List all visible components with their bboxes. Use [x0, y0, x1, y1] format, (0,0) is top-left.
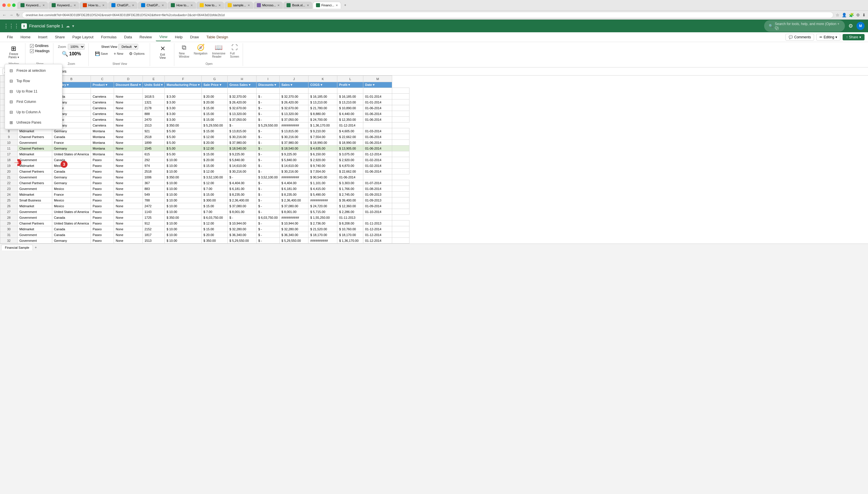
cell[interactable]: [392, 186, 410, 192]
cell[interactable]: 01-12-2014: [363, 232, 392, 238]
cell[interactable]: None: [114, 134, 143, 140]
new-window-button[interactable]: ⧉ NewWindow: [179, 44, 189, 58]
extensions-button[interactable]: 🧩: [849, 13, 854, 17]
cell[interactable]: 01-09-2014: [363, 203, 392, 209]
cell[interactable]: ##########: [279, 122, 308, 128]
cell[interactable]: 788: [143, 197, 164, 203]
cell[interactable]: $ 10.00: [165, 192, 202, 197]
cell[interactable]: $ 15.00: [201, 226, 228, 232]
header-discount[interactable]: Discount Band ▾: [114, 82, 143, 88]
cell[interactable]: [392, 192, 410, 197]
cell[interactable]: $ -: [256, 151, 279, 157]
cell[interactable]: Government: [18, 232, 52, 238]
cell[interactable]: 01-08-2014: [363, 186, 392, 192]
immersive-reader-button[interactable]: 📖 ImmersiveReader: [212, 44, 225, 58]
cell[interactable]: $ 13,815.00: [279, 128, 308, 134]
cell[interactable]: $ 2,286.00: [337, 209, 363, 215]
cell[interactable]: $ 30,216.00: [279, 169, 308, 174]
app-grid-icon[interactable]: ⋮⋮⋮: [3, 23, 19, 29]
options-view-button[interactable]: ⚙ Options: [127, 51, 146, 56]
cell[interactable]: Carretera: [91, 105, 114, 111]
cell[interactable]: $ 5.00: [165, 134, 202, 140]
tab-help[interactable]: Help: [171, 33, 186, 41]
cell[interactable]: $ 10.00: [165, 203, 202, 209]
cell[interactable]: $ 22,662.00: [337, 169, 363, 174]
cell[interactable]: $ 3,52,100.00: [256, 174, 279, 180]
cell[interactable]: $ 15.00: [201, 151, 228, 157]
cell[interactable]: None: [114, 99, 143, 105]
cell[interactable]: None: [114, 197, 143, 203]
cell[interactable]: 01-06-2014: [363, 146, 392, 151]
cell[interactable]: $ 3,52,100.00: [201, 174, 228, 180]
cell[interactable]: $ 10.00: [165, 221, 202, 226]
cell[interactable]: $ 6,181.00: [279, 186, 308, 192]
cell[interactable]: None: [114, 146, 143, 151]
tab-close-10[interactable]: ✕: [336, 4, 338, 7]
cell[interactable]: ##########: [279, 174, 308, 180]
cell[interactable]: $ 10.00: [165, 163, 202, 169]
cell[interactable]: $ 13,210.00: [337, 99, 363, 105]
cell[interactable]: $ 18,990.00: [337, 140, 363, 146]
cell[interactable]: Germany: [52, 174, 91, 180]
cell[interactable]: Midmarket: [18, 163, 52, 169]
browser-tab-0[interactable]: Keyword... ✕: [17, 2, 48, 8]
cell[interactable]: $ 4,440.00: [337, 111, 363, 117]
cell[interactable]: 2518: [143, 134, 164, 140]
cell[interactable]: $ 26,420.00: [279, 99, 308, 105]
cell[interactable]: $ 10.00: [165, 169, 202, 174]
cell[interactable]: None: [114, 140, 143, 146]
cell[interactable]: $ 350.00: [165, 174, 202, 180]
cell[interactable]: Canada: [52, 226, 91, 232]
tab-table-design[interactable]: Table Design: [203, 33, 231, 41]
cell[interactable]: $ -: [256, 105, 279, 111]
cell[interactable]: Government: [18, 238, 52, 244]
cell[interactable]: 01-01-2014: [363, 94, 392, 99]
cell[interactable]: $ 10.00: [165, 232, 202, 238]
cell[interactable]: $ 8,001.00: [279, 209, 308, 215]
cell[interactable]: $ 32,280.00: [228, 226, 256, 232]
cell[interactable]: 01-01-2014: [363, 99, 392, 105]
cell[interactable]: [392, 221, 410, 226]
cell[interactable]: $ 4,635.00: [308, 146, 337, 151]
full-screen-button[interactable]: ⛶ FullScreen: [230, 44, 239, 58]
cell[interactable]: $ 9,225.00: [279, 151, 308, 157]
cell[interactable]: $ 1,55,250.00: [308, 215, 337, 221]
cell[interactable]: 912: [143, 221, 164, 226]
tab-review[interactable]: Review: [136, 33, 156, 41]
cell[interactable]: $ 18,170.00: [308, 232, 337, 238]
cell[interactable]: $ 10,944.00: [228, 221, 256, 226]
cell[interactable]: [91, 88, 114, 94]
cell[interactable]: France: [52, 192, 91, 197]
cell[interactable]: 01-09-2013: [363, 197, 392, 203]
tab-close-7[interactable]: ✕: [248, 4, 250, 7]
cell[interactable]: $ 4,415.00: [308, 186, 337, 192]
cell[interactable]: $ 37,980.00: [228, 140, 256, 146]
cell[interactable]: $ -: [256, 99, 279, 105]
cell[interactable]: 615: [143, 151, 164, 157]
cell[interactable]: Midmarket: [18, 226, 52, 232]
cell[interactable]: Carretera: [91, 117, 114, 122]
cell[interactable]: None: [114, 192, 143, 197]
cell[interactable]: $ 4,404.00: [228, 180, 256, 186]
cell[interactable]: Channel Partners: [18, 169, 52, 174]
cell[interactable]: $ 5,29,550.00: [228, 238, 256, 244]
browser-tab-7[interactable]: sample... ✕: [224, 2, 253, 8]
cell[interactable]: Midmarket: [18, 151, 52, 157]
cell[interactable]: $ 10,890.00: [337, 105, 363, 111]
cell[interactable]: $ -: [256, 197, 279, 203]
cell[interactable]: $ 15.00: [201, 192, 228, 197]
cell[interactable]: $ -: [256, 169, 279, 174]
cell[interactable]: $ 12,360.00: [337, 203, 363, 209]
cell[interactable]: [337, 88, 363, 94]
cell[interactable]: ##########: [308, 197, 337, 203]
cell[interactable]: 2472: [143, 203, 164, 209]
cell[interactable]: Paseo: [91, 215, 114, 221]
cell[interactable]: Government: [18, 140, 52, 146]
cell[interactable]: 1545: [143, 146, 164, 151]
cell[interactable]: Montana: [91, 128, 114, 134]
cell[interactable]: 1618.5: [143, 94, 164, 99]
header-sales[interactable]: Sales ▾: [279, 82, 308, 88]
cell[interactable]: Government: [18, 157, 52, 163]
cell[interactable]: Canada: [52, 232, 91, 238]
cell[interactable]: [228, 88, 256, 94]
